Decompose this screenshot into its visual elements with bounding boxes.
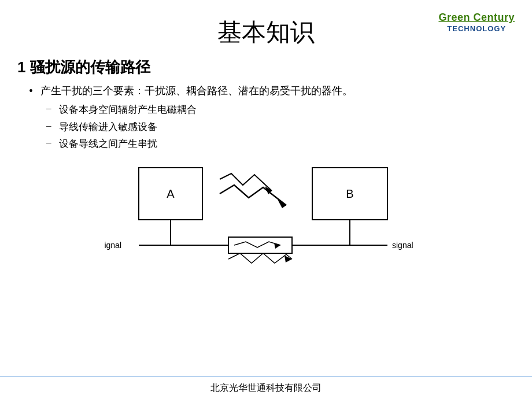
sub-text-2: 导线传输进入敏感设备	[59, 120, 157, 135]
footer-text: 北京光华世通科技有限公司	[210, 383, 322, 393]
sub-dash-3: –	[46, 136, 59, 148]
svg-rect-6	[228, 237, 292, 253]
bullet-dot: •	[29, 83, 40, 98]
diagram-svg: A B signal signal	[104, 162, 428, 278]
svg-marker-12	[285, 256, 292, 263]
svg-text:signal: signal	[392, 241, 413, 250]
content-area: • 产生干扰的三个要素：干扰源、耦合路径、潜在的易受干扰的器件。 – 设备本身空…	[0, 83, 532, 152]
svg-text:A: A	[167, 187, 175, 200]
section-heading: 1 骚扰源的传输路径	[0, 54, 532, 83]
svg-text:signal: signal	[104, 241, 121, 250]
main-bullet: • 产生干扰的三个要素：干扰源、耦合路径、潜在的易受干扰的器件。	[29, 83, 509, 99]
logo-green-century: Green Century	[438, 12, 515, 24]
sub-item-3: – 设备导线之间产生串扰	[46, 136, 509, 152]
logo: Green Century TECHNOLOGY	[438, 12, 515, 33]
section-number: 1	[17, 58, 25, 76]
logo-technology: TECHNOLOGY	[438, 24, 515, 34]
sub-item-1: – 设备本身空间辐射产生电磁耦合	[46, 102, 509, 117]
section-title: 骚扰源的传输路径	[30, 58, 150, 76]
sub-item-2: – 导线传输进入敏感设备	[46, 120, 509, 135]
svg-text:B: B	[346, 187, 353, 200]
sub-dash-1: –	[46, 102, 59, 114]
footer: 北京光华世通科技有限公司	[0, 376, 532, 399]
sub-list: – 设备本身空间辐射产生电磁耦合 – 导线传输进入敏感设备 – 设备导线之间产生…	[29, 102, 509, 152]
sub-text-3: 设备导线之间产生串扰	[59, 136, 157, 152]
sub-text-1: 设备本身空间辐射产生电磁耦合	[59, 102, 197, 117]
diagram: A B signal signal	[0, 162, 532, 278]
main-bullet-text: 产生干扰的三个要素：干扰源、耦合路径、潜在的易受干扰的器件。	[40, 83, 353, 99]
sub-dash-2: –	[46, 120, 59, 131]
